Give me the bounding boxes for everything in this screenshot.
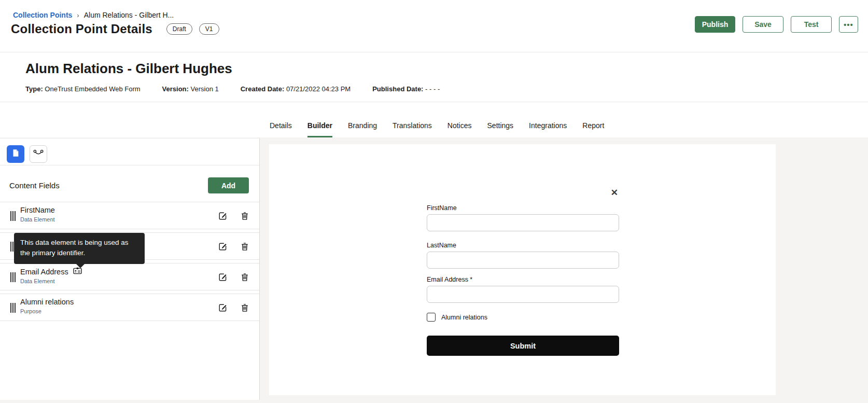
delete-icon[interactable]: [240, 241, 250, 252]
field-label: FirstName: [427, 204, 619, 212]
meta-type: Type: OneTrust Embedded Web Form: [25, 85, 141, 93]
tab-translations[interactable]: Translations: [393, 121, 432, 137]
drag-handle-icon[interactable]: [10, 272, 16, 282]
field-label: Email Address *: [427, 276, 619, 283]
collection-point-name: Alum Relations - Gilbert Hughes: [25, 61, 232, 77]
breadcrumb-separator: ›: [77, 11, 79, 19]
primary-identifier-tooltip: This data element is being used as the p…: [14, 233, 145, 264]
breadcrumb-current: Alum Relations - Gilbert H...: [84, 11, 174, 19]
save-button[interactable]: Save: [743, 16, 783, 33]
field-subtitle: Purpose: [20, 308, 74, 314]
form-page-icon: [11, 148, 20, 160]
drag-handle-icon[interactable]: [10, 303, 16, 313]
field-title: Email Address: [20, 268, 68, 276]
tab-notices[interactable]: Notices: [447, 121, 472, 137]
checkbox-icon[interactable]: [427, 313, 436, 322]
primary-identifier-badge-icon: [73, 267, 82, 276]
delete-icon[interactable]: [240, 211, 250, 221]
collection-point-info: Alum Relations - Gilbert Hughes Type: On…: [0, 52, 868, 102]
preview-field-firstname: FirstName: [427, 204, 619, 231]
preview-field-email: Email Address *: [427, 276, 619, 303]
edit-icon[interactable]: [217, 241, 228, 252]
tab-report[interactable]: Report: [582, 121, 604, 137]
firstname-input[interactable]: [427, 214, 619, 231]
page-header: Collection Points › Alum Relations - Gil…: [0, 0, 868, 52]
delete-icon[interactable]: [240, 302, 250, 313]
collection-point-details-page: Collection Points › Alum Relations - Gil…: [0, 0, 868, 403]
email-input[interactable]: [427, 286, 619, 303]
badges: Draft V1: [166, 23, 219, 35]
field-row-alumni-relations[interactable]: Alumni relations Purpose: [0, 294, 259, 321]
panel-divider: [0, 165, 259, 165]
tab-settings[interactable]: Settings: [487, 121, 514, 137]
builder-main: Content Fields Add FirstName Data Elemen…: [0, 137, 868, 403]
delete-icon[interactable]: [240, 272, 250, 282]
edit-icon[interactable]: [217, 211, 228, 221]
field-title: FirstName: [20, 206, 55, 214]
checkbox-label: Alumni relations: [441, 314, 487, 321]
publish-button[interactable]: Publish: [695, 16, 735, 33]
add-field-button[interactable]: Add: [208, 177, 249, 193]
field-subtitle: Data Element: [20, 278, 82, 284]
field-row-firstname[interactable]: FirstName Data Element: [0, 202, 259, 229]
tab-builder[interactable]: Builder: [307, 121, 332, 137]
field-row-email-address[interactable]: Email Address Data Element: [0, 263, 259, 290]
form-preview-card: ✕ FirstName LastName Email Address * Alu…: [269, 144, 776, 395]
breadcrumb-collection-points-link[interactable]: Collection Points: [13, 11, 72, 19]
test-button[interactable]: Test: [791, 16, 832, 33]
logic-branch-icon: [33, 149, 44, 159]
breadcrumb: Collection Points › Alum Relations - Gil…: [13, 11, 174, 19]
edit-icon[interactable]: [217, 302, 228, 313]
meta-created-date: Created Date: 07/21/2022 04:23 PM: [241, 85, 351, 93]
tab-details[interactable]: Details: [270, 121, 292, 137]
lastname-input[interactable]: [427, 252, 619, 269]
alumni-relations-checkbox-row[interactable]: Alumni relations: [427, 313, 487, 322]
drag-handle-icon[interactable]: [10, 211, 16, 221]
tab-bar: Details Builder Branding Translations No…: [0, 102, 868, 137]
edit-icon[interactable]: [217, 272, 228, 282]
header-actions: Publish Save Test •••: [695, 16, 858, 33]
more-actions-button[interactable]: •••: [839, 16, 858, 33]
status-badge-draft: Draft: [166, 23, 192, 35]
submit-button[interactable]: Submit: [427, 336, 619, 356]
builder-mode-toggles: [7, 145, 47, 163]
logic-mode-button[interactable]: [30, 145, 47, 163]
title-row: Collection Point Details Draft V1: [11, 22, 219, 36]
meta-published-date: Published Date: - - - -: [372, 85, 440, 93]
field-subtitle: Data Element: [20, 216, 55, 223]
tab-integrations[interactable]: Integrations: [529, 121, 567, 137]
meta-row: Type: OneTrust Embedded Web Form Version…: [25, 85, 440, 93]
page-title: Collection Point Details: [11, 22, 152, 36]
close-icon[interactable]: ✕: [611, 188, 618, 197]
content-fields-heading: Content Fields: [9, 181, 60, 190]
content-fields-panel: Content Fields Add FirstName Data Elemen…: [0, 138, 260, 400]
form-fields-mode-button[interactable]: [7, 145, 24, 163]
tab-branding[interactable]: Branding: [348, 121, 377, 137]
tabs: Details Builder Branding Translations No…: [270, 121, 604, 137]
tooltip-arrow: [76, 263, 85, 268]
field-title: Alumni relations: [20, 298, 74, 306]
meta-version: Version: Version 1: [162, 85, 219, 93]
version-badge: V1: [199, 23, 219, 35]
field-label: LastName: [427, 242, 619, 249]
preview-field-lastname: LastName: [427, 242, 619, 269]
